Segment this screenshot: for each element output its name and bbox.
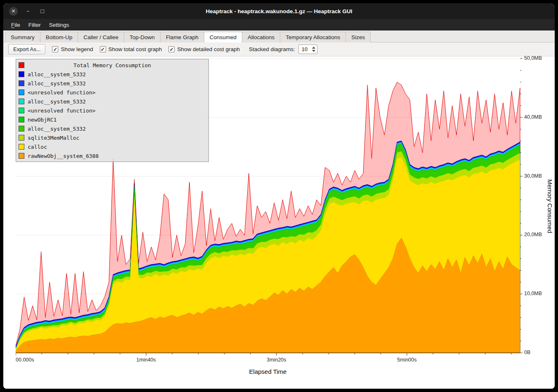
spinner-arrows xyxy=(311,45,317,54)
tab-top-down[interactable]: Top-Down xyxy=(124,32,161,42)
x-axis-tick-label: 1min40s xyxy=(136,357,156,363)
tab-flame-graph[interactable]: Flame Graph xyxy=(160,32,204,42)
legend-item-label: <unresolved function> xyxy=(28,89,95,96)
x-axis-tick-label: 5min00s xyxy=(397,357,416,363)
legend-item-swatch xyxy=(19,144,24,150)
legend-item-swatch xyxy=(19,89,24,95)
spin-up-icon[interactable] xyxy=(312,47,315,49)
tab-bottom-up[interactable]: Bottom-Up xyxy=(40,32,78,42)
checkbox-checked-icon[interactable]: ✓ xyxy=(52,46,58,52)
checkbox-label: Show detailed cost graph xyxy=(177,46,240,52)
legend-item-swatch xyxy=(19,153,24,159)
legend-item-swatch xyxy=(19,135,24,141)
legend-item: calloc xyxy=(18,142,207,151)
legend-item-swatch xyxy=(19,71,24,77)
y-axis-tick-label: 0B xyxy=(524,350,530,355)
tab-temporary-allocations[interactable]: Temporary Allocations xyxy=(280,32,346,42)
stacked-diagrams-spinbox[interactable]: 10 xyxy=(298,45,317,54)
legend-item-swatch xyxy=(19,99,24,104)
legend-item: alloc__system_5332 xyxy=(18,79,207,88)
legend-item-swatch xyxy=(19,126,24,131)
chart-region: Total Memory Consumption alloc__system_5… xyxy=(3,56,555,389)
legend-item-label: newObjRC1 xyxy=(28,117,57,123)
close-icon[interactable]: ✕ xyxy=(9,7,18,16)
stacked-diagrams-label: Stacked diagrams: xyxy=(249,46,295,52)
heaptrack-window: ✕ − □ Heaptrack - heaptrack.wakunode.1.g… xyxy=(3,3,555,389)
legend-item: <unresolved function> xyxy=(18,88,207,97)
checkbox-show-legend[interactable]: ✓Show legend xyxy=(52,46,93,52)
legend-item: rawNewObj__system_6388 xyxy=(18,151,207,160)
checkbox-show-total-cost-graph[interactable]: ✓Show total cost graph xyxy=(100,46,162,52)
tab-caller-callee[interactable]: Caller / Callee xyxy=(78,32,124,42)
stacked-diagrams-value[interactable]: 10 xyxy=(299,45,311,54)
tab-consumed[interactable]: Consumed xyxy=(204,32,242,42)
tab-allocations[interactable]: Allocations xyxy=(242,32,280,42)
legend-item-label: rawNewObj__system_6388 xyxy=(28,153,99,159)
tab-sizes[interactable]: Sizes xyxy=(345,32,371,42)
legend-item: newObjRC1 xyxy=(18,115,207,124)
y-axis-tick-label: 10,0MB xyxy=(524,291,542,296)
spin-down-icon[interactable] xyxy=(312,50,315,52)
export-as-button[interactable]: Export As... xyxy=(8,44,45,54)
legend-item-label: calloc xyxy=(28,144,47,150)
menu-file[interactable]: File xyxy=(7,21,24,29)
tab-summary[interactable]: Summary xyxy=(5,32,40,42)
legend-item-label: alloc__system_5332 xyxy=(28,126,86,132)
stacked-diagrams-control: Stacked diagrams: 10 xyxy=(249,45,317,54)
legend-item-label: <unresolved function> xyxy=(28,108,95,114)
toolbar-checkboxes: ✓Show legend✓Show total cost graph✓Show … xyxy=(52,46,240,52)
toolbar: Export As... ✓Show legend✓Show total cos… xyxy=(3,42,555,56)
y-axis-tick-label: 40,0MB xyxy=(524,114,542,120)
x-axis-tick-label: 00.000s xyxy=(16,357,34,363)
tab-bar: SummaryBottom-UpCaller / CalleeTop-DownF… xyxy=(3,31,555,42)
legend-item-label: alloc__system_5332 xyxy=(28,71,86,77)
checkbox-checked-icon[interactable]: ✓ xyxy=(168,46,175,52)
y-axis-tick-label: 30,0MB xyxy=(524,173,542,179)
window-title: Heaptrack - heaptrack.wakunode.1.gz — He… xyxy=(206,8,352,14)
legend-item: alloc__system_5332 xyxy=(18,97,207,106)
maximize-icon[interactable]: □ xyxy=(38,7,47,16)
legend-item-swatch xyxy=(19,80,24,86)
legend-item-label: alloc__system_5332 xyxy=(28,99,86,105)
checkbox-label: Show legend xyxy=(61,46,93,52)
y-axis-title: Memory Consumed xyxy=(546,115,554,297)
menubar: FileFilterSettings xyxy=(3,19,555,31)
checkbox-show-detailed-cost-graph[interactable]: ✓Show detailed cost graph xyxy=(168,46,240,52)
x-axis-tick-label: 3min20s xyxy=(267,357,286,363)
chart-legend: Total Memory Consumption alloc__system_5… xyxy=(16,59,209,162)
window-controls: ✕ − □ xyxy=(9,3,47,19)
x-axis-title: Elapsed Time xyxy=(16,368,520,375)
legend-item-label: alloc__system_5332 xyxy=(28,80,86,87)
legend-item: sqlite3MemMalloc xyxy=(18,133,207,142)
y-axis-tick-label: 20,0MB xyxy=(524,232,542,237)
checkbox-checked-icon[interactable]: ✓ xyxy=(100,46,106,52)
checkbox-label: Show total cost graph xyxy=(109,46,162,52)
legend-title: Total Memory Consumption xyxy=(18,62,207,68)
legend-item-swatch xyxy=(19,117,24,122)
legend-item: alloc__system_5332 xyxy=(18,124,207,133)
menu-settings[interactable]: Settings xyxy=(45,21,73,29)
titlebar[interactable]: ✕ − □ Heaptrack - heaptrack.wakunode.1.g… xyxy=(3,3,555,19)
minimize-icon[interactable]: − xyxy=(24,7,32,16)
legend-item: <unresolved function> xyxy=(18,106,207,115)
legend-item-swatch xyxy=(19,108,24,113)
y-axis-tick-label: 50,0MB xyxy=(524,55,542,61)
menu-filter[interactable]: Filter xyxy=(25,21,45,29)
legend-item-label: sqlite3MemMalloc xyxy=(28,135,79,141)
legend-title-row: Total Memory Consumption xyxy=(18,61,207,70)
legend-item: alloc__system_5332 xyxy=(18,70,207,79)
